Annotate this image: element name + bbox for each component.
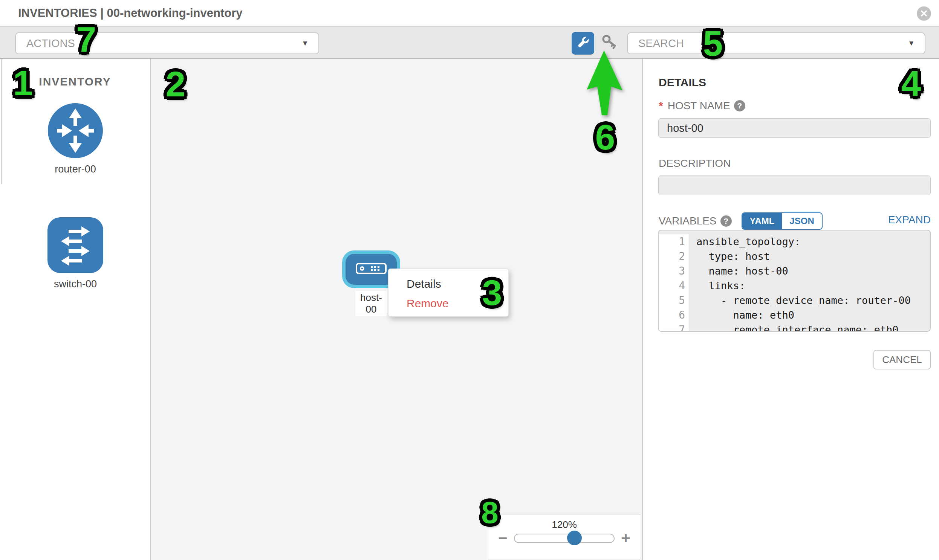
palette-device-switch[interactable]: switch-00: [0, 217, 151, 290]
page-title: INVENTORIES | 00-networking-inventory: [18, 0, 242, 26]
required-asterisk: *: [658, 99, 663, 112]
expand-link[interactable]: EXPAND: [888, 214, 931, 226]
details-heading: DETAILS: [658, 76, 706, 89]
annotation-badge-3: 3: [482, 272, 502, 313]
zoom-level-value: 120%: [488, 519, 640, 531]
line-number: 1: [658, 234, 690, 249]
annotation-badge-6: 6: [595, 117, 615, 158]
annotation-arrow-up: [582, 48, 628, 119]
topology-canvas[interactable]: host-00 Details Remove 120% − +: [151, 59, 643, 560]
line-code: - remote_device_name: router-00: [690, 293, 911, 308]
host-node-label: host-00: [355, 291, 387, 316]
zoom-out-button[interactable]: −: [498, 530, 507, 546]
host-name-input[interactable]: [658, 118, 931, 138]
search-dropdown[interactable]: SEARCH ▼: [627, 32, 925, 54]
actions-dropdown-label: ACTIONS: [26, 37, 75, 50]
line-code: ansible_topology:: [690, 234, 800, 249]
line-code: links:: [690, 278, 745, 293]
line-number: 3: [658, 264, 690, 278]
line-number: 4: [658, 278, 690, 293]
help-icon[interactable]: ?: [734, 100, 745, 111]
annotation-badge-8: 8: [481, 495, 498, 530]
annotation-badge-5: 5: [703, 23, 723, 64]
editor-line: 1 ansible_topology:: [658, 234, 930, 249]
editor-line: 7 remote_interface_name: eth0: [658, 322, 930, 332]
editor-line: 3 name: host-00: [658, 264, 930, 278]
line-code: name: eth0: [690, 308, 794, 322]
yaml-toggle-button[interactable]: YAML: [742, 213, 782, 229]
switch-icon: [48, 217, 103, 273]
line-number: 5: [658, 293, 690, 308]
host-name-label: HOST NAME: [668, 100, 730, 112]
editor-line: 2 type: host: [658, 249, 930, 264]
editor-line: 5 - remote_device_name: router-00: [658, 293, 930, 308]
annotation-badge-1: 1: [13, 63, 33, 103]
actions-dropdown[interactable]: ACTIONS ▼: [15, 32, 319, 54]
variables-label: VARIABLES: [658, 215, 717, 227]
search-placeholder: SEARCH: [638, 37, 684, 50]
host-name-label-row: * HOST NAME ?: [658, 99, 745, 112]
annotation-badge-7: 7: [77, 19, 96, 60]
host-icon: [356, 263, 387, 276]
chevron-down-icon: ▼: [908, 39, 915, 48]
editor-line: 6 name: eth0: [658, 308, 930, 322]
line-code: remote_interface_name: eth0: [690, 322, 898, 332]
editor-line: 4 links:: [658, 278, 930, 293]
chevron-down-icon: ▼: [301, 39, 308, 48]
line-number: 7: [658, 322, 690, 332]
variables-code-editor[interactable]: 1 ansible_topology: 2 type: host 3 name:…: [658, 230, 931, 332]
line-number: 2: [658, 249, 690, 264]
cancel-button[interactable]: CANCEL: [873, 350, 931, 369]
variables-format-toggle: YAML JSON: [742, 212, 823, 230]
zoom-slider-track[interactable]: [514, 534, 615, 543]
zoom-control-panel: 120% − +: [488, 514, 640, 560]
palette-device-router[interactable]: router-00: [0, 103, 151, 175]
device-label: router-00: [0, 163, 151, 175]
line-number: 6: [658, 308, 690, 322]
description-input[interactable]: [658, 175, 931, 195]
description-label: DESCRIPTION: [658, 157, 731, 169]
close-icon[interactable]: ✕: [917, 6, 931, 21]
zoom-in-button[interactable]: +: [621, 530, 631, 546]
description-label-row: DESCRIPTION: [658, 157, 731, 169]
toolbar: ACTIONS ▼: [0, 27, 939, 59]
router-icon: [48, 103, 103, 158]
page-header: INVENTORIES | 00-networking-inventory ✕: [0, 0, 939, 27]
line-code: name: host-00: [690, 264, 788, 278]
annotation-badge-4: 4: [901, 63, 921, 104]
inventory-sidebar: INVENTORY router-00: [0, 59, 151, 560]
zoom-slider-thumb[interactable]: [567, 531, 582, 545]
details-panel: DETAILS * HOST NAME ? DESCRIPTION VARIAB…: [643, 59, 939, 560]
json-toggle-button[interactable]: JSON: [782, 213, 822, 229]
line-code: type: host: [690, 249, 770, 264]
variables-row: VARIABLES ? YAML JSON EXPAND: [658, 212, 931, 230]
help-icon[interactable]: ?: [720, 215, 732, 227]
device-label: switch-00: [0, 278, 151, 290]
annotation-badge-2: 2: [166, 64, 186, 105]
